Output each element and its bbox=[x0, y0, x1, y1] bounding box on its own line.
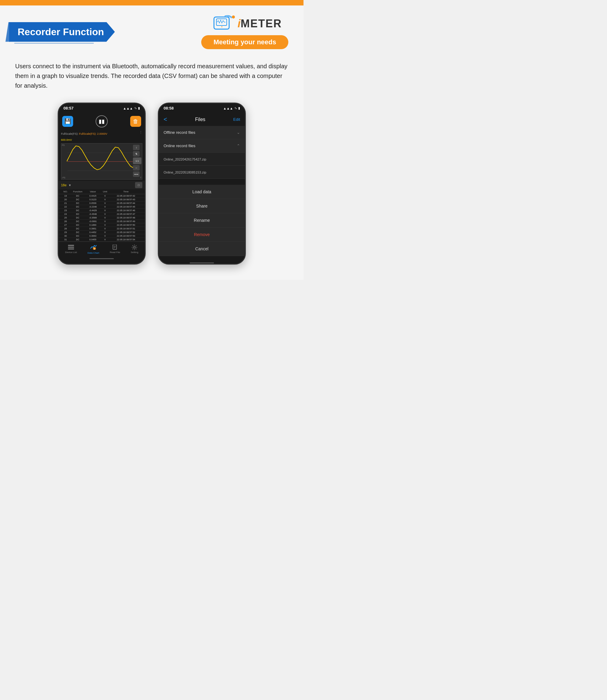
read-file-icon bbox=[111, 244, 119, 250]
offline-record-files-item[interactable]: Offline record files ⌄ bbox=[159, 126, 245, 139]
phone2-status-icons: ▲▲▲ ∿ ▮ bbox=[223, 106, 240, 110]
phone2-status-bar: 08:58 ▲▲▲ ∿ ▮ bbox=[159, 104, 245, 113]
svg-point-3 bbox=[232, 16, 235, 19]
remove-button[interactable]: Remove bbox=[159, 228, 245, 242]
svg-rect-6 bbox=[68, 249, 74, 249]
offline-record-label: Offline record files bbox=[164, 130, 195, 135]
logo-top: * i METER bbox=[208, 15, 282, 33]
logo-text-wrap: i METER bbox=[238, 17, 282, 30]
edit-button[interactable]: Edit bbox=[233, 117, 240, 122]
online-arrow-icon: ⌃ bbox=[237, 144, 240, 148]
zoom-up-button[interactable]: ↕ bbox=[133, 145, 140, 150]
rename-button[interactable]: Rename bbox=[159, 213, 245, 228]
fullscale-bar: FullScale(FS): FullScale(FS): 2.0000V ⋮ bbox=[59, 130, 145, 136]
cancel-label: Cancel bbox=[195, 247, 209, 251]
table-row: 24DC-0.4948V22.05.18 08:57:47 bbox=[59, 212, 145, 216]
table-row: 21DC0.0539V22.05.18 08:57:44 bbox=[59, 201, 145, 205]
home-indicator bbox=[59, 258, 145, 259]
online-record-files-item[interactable]: Online record files ⌃ bbox=[159, 139, 245, 153]
back-button[interactable]: < bbox=[164, 116, 167, 123]
table-rows: 19DC0.4415V22.05.18 08:57:4220DC0.3123V2… bbox=[59, 194, 145, 241]
table-row: 19DC0.4415V22.05.18 08:57:42 bbox=[59, 194, 145, 198]
bottom-nav: Device List ● Data Chart bbox=[59, 241, 145, 258]
device-list-label: Device List bbox=[65, 251, 77, 254]
setting-label: Setting bbox=[131, 251, 139, 254]
imeter-logo-icon: * bbox=[208, 15, 235, 33]
files-header: < Files Edit bbox=[159, 113, 245, 126]
nav-data-chart[interactable]: ● Data Chart bbox=[87, 244, 99, 254]
svg-point-13 bbox=[133, 247, 135, 248]
badge-bg: Recorder Function bbox=[9, 22, 115, 42]
phone-recorder: 08:57 ▲▲▲ ∿ ▮ 💾 ▮▮ 🗑 bbox=[58, 103, 146, 264]
logo-section: * i METER Meeting your needs bbox=[201, 15, 288, 49]
phones-section: 08:57 ▲▲▲ ∿ ▮ 💾 ▮▮ 🗑 bbox=[0, 100, 304, 268]
nav-device-list[interactable]: Device List bbox=[65, 244, 77, 254]
recorder-badge: Recorder Function bbox=[9, 22, 115, 42]
load-data-button[interactable]: Load data bbox=[159, 185, 245, 199]
data-chart-label: Data Chart bbox=[87, 252, 99, 254]
ratio-button[interactable]: 1:1 bbox=[133, 157, 142, 164]
pause-button[interactable]: ▮▮ bbox=[96, 115, 108, 127]
description-section: Users connect to the instrument via Blue… bbox=[0, 55, 304, 100]
zoom-down-button[interactable]: ⇅ bbox=[133, 151, 140, 156]
table-row: 29DC0.4452V22.05.18 08:57:52 bbox=[59, 231, 145, 234]
svg-rect-5 bbox=[68, 247, 74, 248]
home-bar-2 bbox=[190, 262, 214, 263]
home-indicator-2 bbox=[159, 262, 245, 264]
load-data-label: Load data bbox=[192, 189, 211, 194]
file-name-2: Online_20220518085153.zip bbox=[164, 171, 206, 174]
cancel-button[interactable]: Cancel bbox=[159, 242, 245, 256]
rename-label: Rename bbox=[194, 218, 210, 223]
save-button[interactable]: 💾 bbox=[62, 116, 73, 127]
phone1-time: 08:57 bbox=[63, 106, 74, 110]
top-bar bbox=[0, 0, 304, 5]
phone1-toolbar: 💾 ▮▮ 🗑 bbox=[59, 113, 145, 130]
files-sections: Offline record files ⌄ Online record fil… bbox=[159, 126, 245, 179]
phone-files: 08:58 ▲▲▲ ∿ ▮ < Files Edit Offline recor… bbox=[158, 103, 246, 264]
svg-rect-4 bbox=[68, 245, 74, 246]
device-list-icon bbox=[67, 244, 75, 250]
share-button[interactable]: Share bbox=[159, 199, 245, 213]
table-row: 20DC0.3123V22.05.18 08:57:43 bbox=[59, 198, 145, 201]
description-text: Users connect to the instrument via Blue… bbox=[15, 61, 288, 90]
logo-meter-text: METER bbox=[241, 17, 282, 30]
online-record-label: Online record files bbox=[164, 144, 195, 148]
table-row: 26DC-0.0991V22.05.18 08:57:49 bbox=[59, 220, 145, 223]
table-row: 31DC0.0455V22.05.18 08:57:54 bbox=[59, 238, 145, 241]
nav-read-file[interactable]: Read File bbox=[110, 244, 120, 254]
table-row: 25DC-0.3589V22.05.18 08:57:48 bbox=[59, 216, 145, 220]
table-row: 30DC0.3063V22.05.18 08:57:53 bbox=[59, 234, 145, 238]
table-row: 27DC0.1890V22.05.18 08:57:50 bbox=[59, 223, 145, 227]
file-name-1: Online_20220426175427.zip bbox=[164, 157, 206, 161]
chart-area: FS -FS T ↕ ⇅ 1:1 ↔ bbox=[61, 143, 142, 179]
table-row: 28DC0.3951V22.05.18 08:57:51 bbox=[59, 227, 145, 231]
header-section: Recorder Function * bbox=[0, 5, 304, 55]
data-chart-icon: ● bbox=[90, 244, 97, 250]
svg-text:●: ● bbox=[94, 248, 95, 250]
read-file-label: Read File bbox=[110, 251, 120, 254]
phone1-status-bar: 08:57 ▲▲▲ ∿ ▮ bbox=[59, 104, 145, 113]
badge-underline bbox=[14, 43, 93, 44]
selector-bar: 18e ▼ □ bbox=[59, 181, 145, 189]
main-content: Recorder Function * bbox=[0, 5, 304, 280]
scroll-right-button[interactable]: ↦↦ bbox=[133, 171, 140, 177]
phone1-status-icons: ▲▲▲ ∿ ▮ bbox=[123, 106, 140, 110]
logo-i-char: i bbox=[238, 17, 241, 30]
file-entry-2[interactable]: Online_20220518085153.zip bbox=[159, 166, 245, 179]
offline-arrow-icon: ⌄ bbox=[237, 130, 240, 135]
home-bar bbox=[89, 258, 114, 259]
files-title: Files bbox=[195, 117, 206, 122]
svg-text:*: * bbox=[221, 26, 223, 29]
nav-setting[interactable]: Setting bbox=[131, 244, 139, 254]
table-row: 23DC-0.4429V22.05.18 08:57:46 bbox=[59, 209, 145, 212]
logo-subtitle: Meeting your needs bbox=[201, 35, 288, 49]
table-row: 22DC-0.2346V22.05.18 08:57:45 bbox=[59, 205, 145, 209]
delete-button[interactable]: 🗑 bbox=[130, 116, 141, 127]
share-label: Share bbox=[196, 204, 207, 209]
table-header: NO. Function Value Unit Time bbox=[59, 189, 145, 194]
chart-controls: ↕ ⇅ 1:1 ↔ ↦↦ bbox=[133, 145, 142, 177]
expand-button[interactable]: □ bbox=[135, 182, 142, 188]
file-entry-1[interactable]: Online_20220426175427.zip bbox=[159, 153, 245, 166]
recorder-function-title: Recorder Function bbox=[18, 26, 104, 37]
scroll-left-button[interactable]: ↔ bbox=[133, 165, 140, 171]
